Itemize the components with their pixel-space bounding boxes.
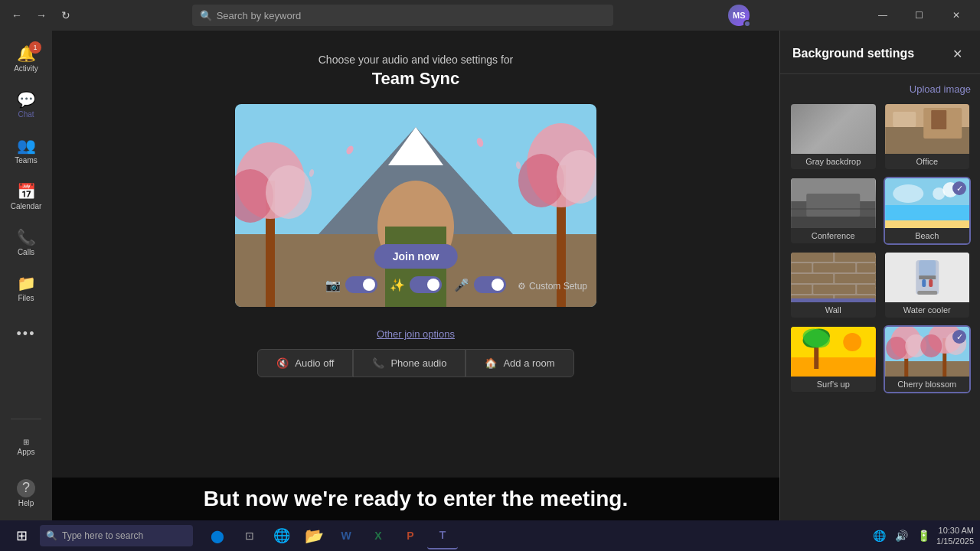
sidebar-label-activity: Activity <box>14 64 38 73</box>
taskbar-app-powerpoint[interactable]: P <box>395 522 426 549</box>
bg-item-surfsup[interactable]: Surf's up <box>789 325 877 393</box>
bg-thumb-wall <box>791 253 876 302</box>
mic-switch[interactable] <box>474 276 506 293</box>
window-controls: — ☐ ✕ <box>865 3 974 28</box>
bg-label-watercooler: Water cooler <box>885 302 970 318</box>
taskbar-app-cortana[interactable]: ⬤ <box>202 522 233 549</box>
taskbar-search[interactable]: 🔍 Type here to search <box>40 525 193 546</box>
nav-back-button[interactable]: ← <box>6 5 28 26</box>
join-now-button[interactable]: Join now <box>374 244 458 269</box>
custom-setup-button[interactable]: ⚙ Custom Setup <box>518 281 587 292</box>
svg-rect-20 <box>893 112 916 127</box>
mic-toggle[interactable]: 🎤 <box>454 276 506 293</box>
video-content: Join now 📷 ✨ <box>235 104 596 307</box>
effects-toggle[interactable]: ✨ <box>390 276 442 293</box>
sidebar-item-chat[interactable]: 💬 Chat <box>5 83 47 126</box>
sidebar-label-calls: Calls <box>18 248 34 256</box>
taskbar: ⊞ 🔍 Type here to search ⬤ ⊡ 🌐 📂 W X P T … <box>0 520 980 551</box>
minimize-button[interactable]: — <box>865 3 900 28</box>
search-placeholder: Search by keyword <box>217 10 302 21</box>
bg-item-office[interactable]: Office <box>884 103 972 171</box>
taskbar-app-edge[interactable]: 🌐 <box>266 522 297 549</box>
svg-rect-41 <box>835 274 875 283</box>
battery-icon[interactable]: 🔋 <box>914 527 933 545</box>
nav-forward-button[interactable]: → <box>31 5 52 26</box>
taskbar-app-word[interactable]: W <box>331 522 361 549</box>
svg-rect-39 <box>857 263 875 272</box>
sidebar-item-activity[interactable]: 🔔 Activity 1 <box>5 37 47 80</box>
avatar-status-badge <box>743 20 751 28</box>
effects-switch[interactable] <box>410 276 442 293</box>
user-avatar[interactable]: MS <box>728 5 750 26</box>
bg-item-watercooler[interactable]: Water cooler <box>884 251 972 319</box>
bg-label-surfsup: Surf's up <box>791 377 876 392</box>
svg-rect-43 <box>813 285 855 294</box>
sidebar-label-chat: Chat <box>18 110 34 119</box>
sidebar-label-help: Help <box>18 499 34 507</box>
taskbar-app-excel[interactable]: X <box>363 522 394 549</box>
camera-toggle[interactable]: 📷 <box>325 276 377 293</box>
bg-item-conference[interactable]: Conference <box>789 177 877 245</box>
other-join-options-link[interactable]: Other join options <box>377 328 455 340</box>
sidebar-item-calendar[interactable]: 📅 Calendar <box>5 174 47 217</box>
sidebar-item-teams[interactable]: 👥 Teams <box>5 129 47 171</box>
meeting-title: Team Sync <box>372 69 460 89</box>
help-icon: ? <box>17 479 35 497</box>
add-room-icon: 🏠 <box>485 357 497 369</box>
taskbar-clock[interactable]: 10:30 AM 1/15/2025 <box>936 525 974 547</box>
svg-rect-51 <box>919 276 936 279</box>
chat-icon: 💬 <box>17 90 36 109</box>
bg-label-cherry: Cherry blossom <box>885 377 970 392</box>
calls-icon: 📞 <box>17 228 36 246</box>
svg-rect-36 <box>835 253 875 262</box>
bg-item-cherry[interactable]: Cherry blossom <box>884 325 972 393</box>
start-button[interactable]: ⊞ <box>6 523 37 548</box>
teams-icon: 👥 <box>17 136 36 155</box>
add-room-button[interactable]: 🏠 Add a room <box>466 349 573 377</box>
camera-switch[interactable] <box>345 276 377 293</box>
phone-audio-label: Phone audio <box>390 357 446 369</box>
bg-thumb-cherry <box>885 327 970 377</box>
bg-item-wall[interactable]: Wall <box>789 251 877 319</box>
taskbar-app-teams[interactable]: T <box>427 522 458 549</box>
taskbar-system-tray: 🌐 🔊 🔋 10:30 AM 1/15/2025 <box>870 525 974 547</box>
nav-buttons: ← → ↻ <box>6 5 77 26</box>
svg-rect-50 <box>919 260 936 276</box>
upload-image-button[interactable]: Upload image <box>789 83 971 103</box>
svg-rect-22 <box>931 110 946 129</box>
bg-item-gray[interactable]: Gray backdrop <box>789 103 877 171</box>
bg-label-beach: Beach <box>885 228 970 243</box>
bg-thumb-surfsup <box>791 327 876 377</box>
svg-point-69 <box>920 334 942 357</box>
svg-rect-44 <box>857 285 875 294</box>
close-panel-button[interactable]: ✕ <box>946 43 968 64</box>
sidebar-label-apps: Apps <box>18 448 35 456</box>
bg-thumb-gray <box>791 104 876 154</box>
files-icon: 📁 <box>17 274 36 292</box>
sidebar-item-help[interactable]: ? Help <box>5 471 47 514</box>
phone-audio-button[interactable]: 📞 Phone audio <box>353 349 466 377</box>
maximize-button[interactable]: ☐ <box>902 3 937 28</box>
svg-point-60 <box>843 333 861 351</box>
sidebar-item-apps[interactable]: ⊞ Apps <box>5 425 47 468</box>
svg-rect-47 <box>791 298 875 302</box>
network-icon[interactable]: 🌐 <box>870 527 889 545</box>
search-bar[interactable]: 🔍 Search by keyword <box>192 5 613 26</box>
svg-rect-40 <box>791 274 833 283</box>
sidebar-label-calendar: Calendar <box>11 202 42 210</box>
bg-label-gray: Gray backdrop <box>791 154 876 169</box>
nav-refresh-button[interactable]: ↻ <box>55 5 77 26</box>
bg-item-beach[interactable]: Beach <box>884 177 972 245</box>
sidebar-item-calls[interactable]: 📞 Calls <box>5 220 47 263</box>
volume-icon[interactable]: 🔊 <box>892 527 911 545</box>
content-area: Choose your audio and video settings for… <box>52 31 779 520</box>
svg-rect-35 <box>791 253 833 262</box>
camera-knob <box>363 279 375 291</box>
sidebar-item-more[interactable]: ••• <box>5 312 47 355</box>
taskbar-app-explorer[interactable]: 📂 <box>299 522 329 549</box>
close-button[interactable]: ✕ <box>939 3 974 28</box>
taskbar-time-value: 10:30 AM <box>936 525 974 536</box>
audio-off-button[interactable]: 🔇 Audio off <box>257 349 353 377</box>
taskbar-app-taskview[interactable]: ⊡ <box>234 522 265 549</box>
sidebar-item-files[interactable]: 📁 Files <box>5 266 47 309</box>
